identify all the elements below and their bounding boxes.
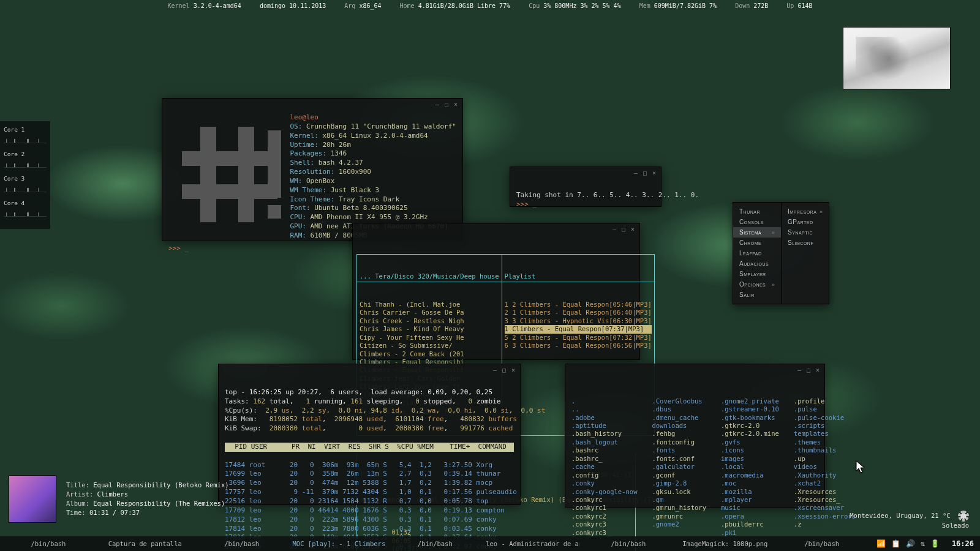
weather-widget: Montevideo, Uruguay, 21 °C Soleado	[850, 511, 969, 529]
taskbar-task[interactable]: MOC [play]: - 1 Climbers - Equal R…	[290, 540, 387, 547]
minimize-icon[interactable]: –	[435, 101, 439, 108]
close-icon[interactable]: ×	[631, 226, 635, 233]
terminal-screenfetch[interactable]: – □ × leo@leo OS: CrunchBang 11 "CrunchB…	[162, 98, 463, 241]
ls-entry: .gtk-bookmarks	[721, 414, 779, 422]
prompt: >>> _	[516, 200, 537, 208]
taskbar-task[interactable]: leo - Administrador de archivos	[483, 540, 580, 547]
ls-entry: .aptitude	[571, 422, 637, 430]
minimize-icon[interactable]: –	[634, 170, 638, 176]
playlist-label: Playlist	[502, 272, 654, 282]
file-item[interactable]: Chi Thanh - (Incl. Mat.joe	[360, 301, 499, 309]
wifi-icon[interactable]: 📶	[876, 539, 886, 548]
maximize-icon[interactable]: □	[502, 367, 506, 373]
cpu-cores-widget: Core 1 Core 2 Core 3 Core 4	[0, 121, 50, 229]
close-icon[interactable]: ×	[511, 367, 515, 373]
menu-item[interactable]: Smplayer	[733, 269, 781, 279]
ls-entry: .scripts	[794, 422, 856, 430]
taskbar-task[interactable]: /bin/bash	[0, 540, 97, 547]
openbox-context-menu[interactable]: ThunarConsolaSistema»ChromeLeafpadAudaci…	[733, 202, 829, 304]
close-icon[interactable]: ×	[816, 367, 820, 373]
album-art	[9, 475, 56, 523]
file-item[interactable]: Cipy - Your Fifteen Sexy He	[360, 334, 499, 342]
taskbar-task[interactable]: /bin/bash	[386, 540, 483, 547]
clipboard-icon[interactable]: 📋	[891, 539, 900, 548]
playlist-item[interactable]: 3 3 Climbers - Hypnotic Vis[06:30|MP3]	[505, 317, 652, 325]
menu-item[interactable]: Leafpad	[733, 248, 781, 258]
ls-entry: .gtkrc-2.0.mine	[721, 430, 779, 438]
top-mem-line: KiB Mem: 8198052 total, 2096948 used, 61…	[225, 415, 517, 423]
menu-item[interactable]: Slimconf	[782, 238, 829, 248]
ls-entry: .dmenu_cache	[652, 414, 706, 422]
menu-item[interactable]: Synaptic	[782, 227, 829, 238]
menu-item[interactable]: Audacious	[733, 258, 781, 269]
moc-player-window[interactable]: – □ × ... Tera/Disco 320/Musica/Deep hou…	[352, 223, 640, 360]
menu-item[interactable]: Thunar	[733, 206, 781, 217]
ls-entry: .mozilla	[721, 488, 779, 496]
ls-entry: .Xauthority	[794, 471, 856, 479]
status-bar: Kernel 3.2.0-4-amd64 domingo 10.11.2013 …	[0, 2, 980, 9]
playlist-item[interactable]: 1 Climbers - Equal Respon[07:37|MP3]	[505, 325, 652, 333]
ls-entry: .cache	[571, 463, 637, 471]
minimize-icon[interactable]: –	[612, 226, 616, 233]
ls-entry: .gstreamer-0.10	[721, 405, 779, 413]
minimize-icon[interactable]: –	[797, 367, 801, 373]
file-item[interactable]: Chris Creek - Restless Nigh	[360, 317, 499, 325]
close-icon[interactable]: ×	[454, 101, 458, 108]
ls-entry: .pulse	[794, 405, 856, 413]
taskbar[interactable]: /bin/bashCaptura de pantalla/bin/bashMOC…	[0, 536, 980, 551]
menu-item[interactable]: Sistema»	[733, 227, 781, 238]
maximize-icon[interactable]: □	[622, 226, 625, 233]
ls-entry: .bashrc_	[571, 455, 637, 463]
ls-entry: .mplayer	[721, 496, 779, 504]
ls-entry: .gimp-2.8	[652, 479, 706, 487]
clock[interactable]: 16:26	[946, 539, 980, 548]
taskbar-task[interactable]: Captura de pantalla	[97, 540, 194, 547]
ls-entry: .pbuilderrc	[721, 520, 779, 528]
ls-entry: .Xresources	[794, 488, 856, 496]
maximize-icon[interactable]: □	[807, 367, 810, 373]
menu-item[interactable]: Chrome	[733, 238, 781, 248]
ls-entry: .conkyrc	[571, 496, 637, 504]
file-item[interactable]: Chris James - Kind Of Heavy	[360, 325, 499, 333]
close-icon[interactable]: ×	[652, 170, 656, 176]
ls-entry: .Xresources_	[794, 496, 856, 504]
menu-item[interactable]: Opciones»	[733, 279, 781, 290]
core-label: Core 2	[4, 151, 47, 157]
menu-item[interactable]: Consola	[733, 217, 781, 227]
core-label: Core 1	[4, 126, 47, 133]
file-item[interactable]: Citizen - So Submissive/	[360, 342, 499, 350]
ls-entry: .fonts	[652, 446, 706, 454]
ls-entry: templates	[794, 430, 856, 438]
file-item[interactable]: Climbers - 2 Come Back (201	[360, 350, 499, 358]
maximize-icon[interactable]: □	[643, 170, 647, 176]
taskbar-task[interactable]: /bin/bash	[580, 540, 677, 547]
minimize-icon[interactable]: –	[493, 367, 497, 373]
taskbar-task[interactable]: /bin/bash	[194, 540, 290, 547]
playlist-item[interactable]: 5 2 Climbers - Equal Respon[07:32|MP3]	[505, 334, 652, 342]
terminal-ls[interactable]: – □ × ....adobe.aptitude.bash_history.ba…	[565, 364, 825, 508]
now-playing-widget: Title: Equal Responsibility (Betoko Remi…	[9, 475, 229, 523]
menu-item[interactable]: Salir	[733, 290, 781, 300]
ls-entry: .gmrunrc	[652, 512, 706, 520]
maximize-icon[interactable]: □	[445, 101, 448, 108]
ls-entry: .icons	[721, 446, 779, 454]
taskbar-task[interactable]: /bin/bash	[774, 540, 870, 547]
file-item[interactable]: Chris Carrier - Gosse De Pa	[360, 309, 499, 317]
taskbar-task[interactable]: ImageMagick: 1080p.png	[677, 540, 774, 547]
network-icon[interactable]: ⇅	[921, 539, 925, 548]
playlist-item[interactable]: 6 3 Climbers - Equal Respon[06:56|MP3]	[505, 342, 652, 350]
top-header: PID USER PR NI VIRT RES SHR S %CPU %MEM …	[225, 443, 514, 452]
ls-entry: .adobe	[571, 414, 637, 422]
playlist-item[interactable]: 1 2 Climbers - Equal Respon[05:46|MP3]	[505, 301, 652, 309]
terminal-top[interactable]: – □ × top - 16:26:25 up 20:27, 6 users, …	[218, 364, 521, 505]
playlist-item[interactable]: 2 1 Climbers - Equal Respon[06:40|MP3]	[505, 309, 652, 317]
battery-icon[interactable]: 🔋	[930, 539, 940, 548]
menu-item[interactable]: GParted	[782, 217, 829, 227]
ls-entry: .fehbg	[652, 430, 706, 438]
countdown-text: Taking shot in 7.. 6.. 5.. 4.. 3.. 2.. 1…	[516, 191, 699, 199]
terminal-countdown[interactable]: – □ × Taking shot in 7.. 6.. 5.. 4.. 3..…	[510, 167, 662, 207]
volume-icon[interactable]: 🔊	[906, 539, 915, 548]
ls-entry: .gtkrc-2.0	[721, 422, 779, 430]
ls-entry: .xsession-errors	[794, 512, 856, 520]
menu-item[interactable]: Impresora»	[782, 206, 829, 217]
